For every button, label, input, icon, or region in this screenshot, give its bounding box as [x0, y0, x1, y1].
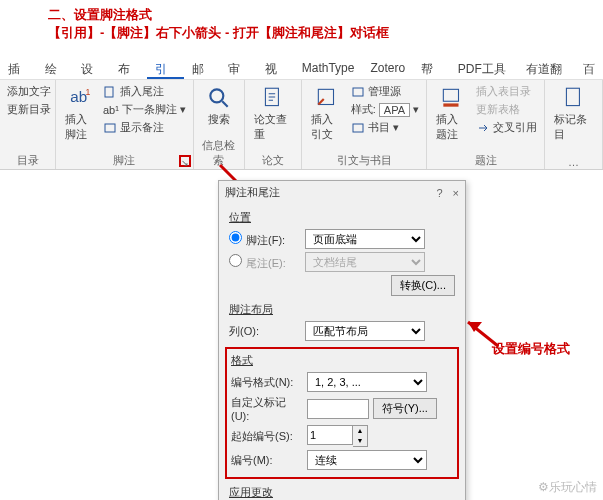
group-toc: 添加文字更新目录 目录	[0, 80, 56, 169]
next-footnote-button[interactable]: ab¹下一条脚注▾	[101, 101, 188, 118]
update-toc-button[interactable]: 更新目录	[5, 101, 53, 118]
dialog-title: 脚注和尾注	[225, 185, 280, 200]
group-footnotes-label: 脚注	[61, 152, 188, 168]
section-position-title: 位置	[229, 210, 455, 225]
svg-marker-16	[468, 322, 482, 332]
footnote-endnote-dialog: 脚注和尾注 ?× 位置 脚注(F):页面底端 尾注(E):文档结尾 转换(C).…	[218, 180, 466, 500]
tab-more[interactable]: 百	[575, 58, 603, 79]
svg-rect-12	[566, 88, 579, 105]
dialog-titlebar: 脚注和尾注 ?×	[219, 181, 465, 204]
insert-endnote-button[interactable]: 插入尾注	[101, 83, 188, 100]
convert-button[interactable]: 转换(C)...	[391, 275, 455, 296]
radio-endnote[interactable]: 尾注(E):	[229, 254, 301, 271]
insert-tof-button[interactable]: 插入表目录	[474, 83, 539, 100]
ribbon-tabs: 插入 绘图 设计 布局 引用 邮件 审阅 视图 MathType Zotero …	[0, 58, 603, 80]
tab-mail[interactable]: 邮件	[184, 58, 221, 79]
tab-mathtype[interactable]: MathType	[294, 58, 363, 79]
group-index-label: …	[550, 155, 597, 168]
group-footnotes: ab1插入脚注 插入尾注 ab¹下一条脚注▾ 显示备注 脚注 ↘	[56, 80, 194, 169]
tab-youdao[interactable]: 有道翻译	[518, 58, 575, 79]
tab-zotero[interactable]: Zotero	[362, 58, 413, 79]
group-research-label: 信息检索	[199, 137, 239, 168]
svg-rect-10	[443, 89, 458, 101]
paper-check-button[interactable]: 论文查重	[250, 83, 297, 144]
ribbon: 添加文字更新目录 目录 ab1插入脚注 插入尾注 ab¹下一条脚注▾ 显示备注 …	[0, 80, 603, 170]
spin-down[interactable]: ▼	[353, 436, 367, 446]
columns-select[interactable]: 匹配节布局	[305, 321, 425, 341]
tab-draw[interactable]: 绘图	[37, 58, 74, 79]
tab-pdf[interactable]: PDF工具集	[450, 58, 518, 79]
mark-entry-button[interactable]: 标记条目	[550, 83, 597, 144]
annotation-path: 【引用】-【脚注】右下小箭头 - 打开【脚注和尾注】对话框	[48, 24, 389, 42]
bibliography-button[interactable]: 书目▾	[349, 119, 421, 136]
tab-review[interactable]: 审阅	[220, 58, 257, 79]
group-toc-label: 目录	[5, 152, 50, 168]
svg-rect-2	[105, 87, 113, 97]
group-paper: 论文查重 论文	[245, 80, 303, 169]
cross-reference-button[interactable]: 交叉引用	[474, 119, 539, 136]
section-format-title: 格式	[231, 353, 453, 368]
number-format-select[interactable]: 1, 2, 3, ...	[307, 372, 427, 392]
citation-style-select[interactable]: 样式:APA▾	[349, 101, 421, 118]
group-captions: 插入题注 插入表目录 更新表格 交叉引用 题注	[427, 80, 545, 169]
annotation-side: 设置编号格式	[492, 340, 570, 358]
section-layout-title: 脚注布局	[229, 302, 455, 317]
group-captions-label: 题注	[432, 152, 539, 168]
section-apply: 应用更改 将更改应用于(P):整篇文档	[229, 485, 455, 500]
number-format-label: 编号格式(N):	[231, 375, 303, 390]
custom-mark-input[interactable]	[307, 399, 369, 419]
numbering-select[interactable]: 连续	[307, 450, 427, 470]
tab-references[interactable]: 引用	[147, 58, 184, 79]
dialog-close-button[interactable]: ×	[453, 187, 459, 199]
radio-footnote[interactable]: 脚注(F):	[229, 231, 301, 248]
insert-caption-button[interactable]: 插入题注	[432, 83, 472, 144]
custom-mark-label: 自定义标记(U):	[231, 395, 303, 422]
tab-insert[interactable]: 插入	[0, 58, 37, 79]
group-citations: 插入引文 管理源 样式:APA▾ 书目▾ 引文与书目	[302, 80, 427, 169]
svg-point-4	[210, 89, 223, 102]
symbol-button[interactable]: 符号(Y)...	[373, 398, 437, 419]
svg-line-5	[222, 101, 227, 106]
footnotes-dialog-launcher[interactable]: ↘	[179, 155, 191, 167]
manage-sources-button[interactable]: 管理源	[349, 83, 421, 100]
update-table-button[interactable]: 更新表格	[474, 101, 539, 118]
svg-rect-11	[443, 103, 458, 106]
group-research: 搜索 信息检索	[194, 80, 245, 169]
section-format-highlight: 格式 编号格式(N):1, 2, 3, ... 自定义标记(U):符号(Y)..…	[225, 347, 459, 479]
numbering-label: 编号(M):	[231, 453, 303, 468]
endnote-position-select: 文档结尾	[305, 252, 425, 272]
search-button[interactable]: 搜索	[199, 83, 239, 129]
dialog-help-button[interactable]: ?	[436, 187, 442, 199]
section-layout: 脚注布局 列(O):匹配节布局	[229, 302, 455, 341]
svg-rect-9	[353, 124, 363, 132]
tab-view[interactable]: 视图	[257, 58, 294, 79]
start-at-label: 起始编号(S):	[231, 429, 303, 444]
add-text-button[interactable]: 添加文字	[5, 83, 53, 100]
svg-rect-3	[105, 124, 115, 132]
section-position: 位置 脚注(F):页面底端 尾注(E):文档结尾 转换(C)...	[229, 210, 455, 296]
insert-citation-button[interactable]: 插入引文	[307, 83, 346, 144]
insert-footnote-button[interactable]: ab1插入脚注	[61, 83, 99, 144]
svg-text:1: 1	[85, 87, 90, 97]
watermark: ⚙乐玩心情	[538, 479, 597, 496]
footnote-position-select[interactable]: 页面底端	[305, 229, 425, 249]
group-index: 标记条目 …	[545, 80, 603, 169]
group-paper-label: 论文	[250, 152, 297, 168]
columns-label: 列(O):	[229, 324, 301, 339]
section-apply-title: 应用更改	[229, 485, 455, 500]
start-at-spinner[interactable]: ▲▼	[307, 425, 368, 447]
show-notes-button[interactable]: 显示备注	[101, 119, 188, 136]
annotation-title: 二、设置脚注格式	[48, 6, 152, 24]
tab-design[interactable]: 设计	[73, 58, 110, 79]
tab-help[interactable]: 帮助	[413, 58, 450, 79]
svg-rect-8	[353, 88, 363, 96]
group-citations-label: 引文与书目	[307, 152, 421, 168]
tab-layout[interactable]: 布局	[110, 58, 147, 79]
spin-up[interactable]: ▲	[353, 426, 367, 436]
